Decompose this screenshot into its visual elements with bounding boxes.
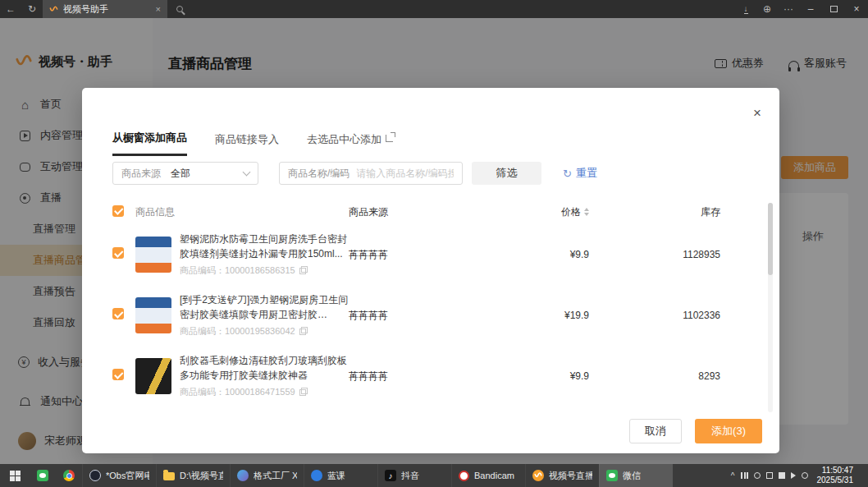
taskbar-window-label: D:\视频号直播... — [180, 470, 223, 482]
globe-icon[interactable]: ⊕ — [756, 0, 778, 18]
source-select-value: 全部 — [171, 167, 190, 181]
product-stock: 8293 — [589, 370, 749, 382]
tab-title: 视频号助手 — [63, 3, 151, 16]
taskbar-window-label: 抖音 — [401, 470, 419, 482]
reset-icon: ↻ — [563, 168, 572, 180]
product-stock: 1128935 — [589, 249, 749, 260]
system-tray: ^ 11:50:47 2025/5/31 — [724, 464, 868, 487]
menu-icon[interactable]: ··· — [778, 0, 799, 18]
select-all-checkbox[interactable] — [112, 205, 124, 217]
channels-favicon-icon — [49, 5, 58, 14]
lanke-icon — [311, 470, 322, 481]
tray-icon[interactable] — [802, 472, 808, 479]
add-product-modal: × 从橱窗添加商品 商品链接导入 去选品中心添加 商品来源 全部 商品名称/编码… — [82, 88, 779, 453]
copy-icon[interactable] — [299, 388, 308, 396]
col-header-info: 商品信息 — [135, 205, 349, 219]
product-title[interactable]: [到手2支送铲刀]强力塑钢泥厨房卫生间密封胶美缝填隙专用厨卫密封胶150M... — [180, 293, 349, 322]
maximize-icon — [830, 6, 838, 12]
maximize-button[interactable] — [822, 0, 845, 18]
col-header-source: 商品来源 — [349, 205, 459, 219]
douyin-icon: ♪ — [385, 470, 396, 481]
reset-button[interactable]: ↻ 重置 — [563, 166, 597, 181]
screen: ← ↻ 视频号助手 × ↓ ⊕ ··· – × 视频号・助手 ⌂ — [0, 0, 868, 487]
taskbar-window-channels-live[interactable]: 视频号直播伴侣 — [525, 464, 599, 487]
filter-button[interactable]: 筛选 — [472, 162, 541, 185]
product-search-input[interactable] — [356, 168, 454, 179]
product-stock: 1102336 — [589, 310, 749, 321]
copy-icon[interactable] — [299, 266, 308, 274]
taskbar-clock[interactable]: 11:50:47 2025/5/31 — [814, 466, 862, 486]
modal-scrollbar[interactable] — [768, 203, 773, 412]
search-icon — [176, 6, 183, 12]
table-row: 刮胶器毛刺修边清硅胶刮刀玻璃刮胶板多功能专用打胶美缝抹胶神器 商品编码：1000… — [112, 346, 749, 407]
close-button[interactable]: × — [845, 0, 868, 18]
taskbar-window-label: 视频号直播伴侣 — [549, 470, 592, 482]
tray-icon[interactable] — [766, 472, 773, 479]
row-checkbox[interactable] — [112, 247, 124, 259]
folder-icon — [163, 472, 175, 480]
source-select-label: 商品来源 — [121, 167, 161, 181]
product-title[interactable]: 刮胶器毛刺修边清硅胶刮刀玻璃刮胶板多功能专用打胶美缝抹胶神器 — [180, 354, 349, 383]
table-row: [到手2支送铲刀]强力塑钢泥厨房卫生间密封胶美缝填隙专用厨卫密封胶150M...… — [112, 285, 749, 346]
table-header: 商品信息 商品来源 价格 库存 — [112, 200, 749, 224]
taskbar-window-label: Bandicam — [474, 471, 514, 480]
taskbar-window-formatfactory[interactable]: 格式工厂 X64 ... — [230, 464, 304, 487]
modal-tabs: 从橱窗添加商品 商品链接导入 去选品中心添加 — [112, 131, 393, 156]
product-search-box: 商品名称/编码 — [279, 162, 463, 185]
product-code: 商品编码：10000186471559 — [180, 386, 295, 398]
product-title[interactable]: 塑钢泥防水防霉卫生间厨房洗手台密封胶填缝剂美缝封边补漏专用胶150ml... — [180, 232, 349, 261]
taskbar: *Obs官网电脑... D:\视频号直播... 格式工厂 X64 ... 蓝课 … — [0, 464, 868, 487]
browser-titlebar: ← ↻ 视频号助手 × ↓ ⊕ ··· – × — [0, 0, 868, 18]
source-select[interactable]: 商品来源 全部 — [112, 162, 258, 185]
search-field-label: 商品名称/编码 — [288, 167, 349, 181]
format-factory-icon — [237, 470, 249, 481]
bandicam-icon — [459, 471, 469, 481]
volume-icon[interactable] — [791, 472, 796, 479]
product-price: ¥9.9 — [459, 370, 589, 382]
tab-selection-center[interactable]: 去选品中心添加 — [307, 131, 393, 156]
taskbar-window-bandicam[interactable]: Bandicam — [451, 464, 525, 487]
product-source: 苒苒苒苒 — [349, 309, 459, 323]
product-table: 商品信息 商品来源 价格 库存 塑钢泥防水防霉卫生间厨房洗手台密封胶填缝剂美缝封… — [112, 200, 749, 407]
back-icon[interactable]: ← — [0, 0, 21, 18]
row-checkbox[interactable] — [112, 369, 124, 380]
start-button[interactable] — [0, 464, 30, 487]
product-code: 商品编码：10000186586315 — [180, 264, 295, 277]
copy-icon[interactable] — [299, 327, 308, 335]
product-code: 商品编码：10000195836042 — [180, 325, 295, 338]
tab-import-by-link[interactable]: 商品链接导入 — [215, 131, 279, 156]
taskbar-pin-wechat[interactable] — [30, 464, 56, 487]
tab-close-icon[interactable]: × — [156, 4, 161, 14]
minimize-button[interactable]: – — [799, 0, 822, 18]
taskbar-pin-chrome[interactable] — [56, 464, 82, 487]
taskbar-window-label: *Obs官网电脑... — [106, 470, 149, 482]
tab-add-from-showcase[interactable]: 从橱窗添加商品 — [112, 131, 187, 156]
taskbar-window-lanke[interactable]: 蓝课 — [304, 464, 377, 487]
product-price: ¥19.9 — [459, 310, 589, 321]
download-icon[interactable]: ↓ — [735, 0, 756, 18]
taskbar-window-obs[interactable]: *Obs官网电脑... — [82, 464, 156, 487]
browser-tab[interactable]: 视频号助手 × — [43, 0, 167, 18]
refresh-icon[interactable]: ↻ — [21, 0, 43, 18]
taskbar-window-douyin[interactable]: ♪ 抖音 — [377, 464, 451, 487]
taskbar-window-label: 微信 — [623, 470, 641, 482]
tray-icon[interactable] — [741, 472, 748, 479]
filter-bar: 商品来源 全部 商品名称/编码 筛选 ↻ 重置 — [112, 162, 597, 185]
product-source: 苒苒苒苒 — [349, 370, 459, 384]
row-checkbox[interactable] — [112, 308, 124, 319]
windows-logo-icon — [10, 471, 21, 481]
product-image — [135, 297, 171, 333]
tray-expand-icon[interactable]: ^ — [731, 471, 735, 480]
taskbar-window-folder[interactable]: D:\视频号直播... — [156, 464, 230, 487]
clock-time: 11:50:47 — [817, 466, 854, 476]
tray-icon[interactable] — [779, 472, 785, 479]
cancel-button[interactable]: 取消 — [629, 419, 682, 443]
search-tab[interactable] — [167, 0, 192, 18]
confirm-add-button[interactable]: 添加(3) — [695, 419, 762, 443]
tray-icon[interactable] — [754, 472, 761, 479]
wechat-icon — [37, 470, 48, 481]
external-link-icon — [386, 135, 393, 142]
modal-close-icon[interactable]: × — [753, 106, 761, 120]
taskbar-window-weixin[interactable]: 微信 — [599, 464, 673, 487]
wechat-icon — [606, 470, 618, 481]
